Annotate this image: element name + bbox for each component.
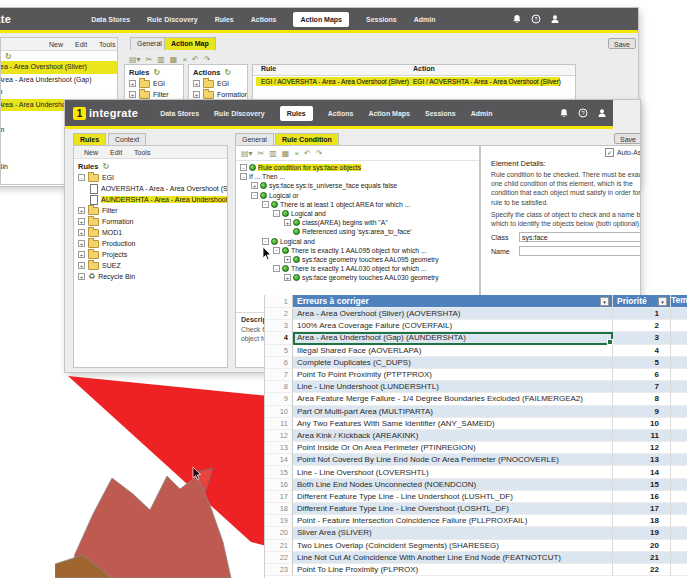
menu-new[interactable]: New — [49, 41, 63, 48]
expand-icon[interactable]: + — [78, 218, 85, 225]
row-number[interactable]: 13 — [265, 442, 293, 454]
priority-cell[interactable]: 18 — [613, 515, 671, 527]
bell-icon[interactable] — [559, 108, 569, 118]
rule-tree-item[interactable]: +Formation — [74, 216, 227, 227]
nav-item-rule-discovery[interactable]: Rule Discovery — [147, 16, 198, 23]
error-cell[interactable]: Line Not Cut At Coincidence With Another… — [293, 552, 613, 564]
expand-icon[interactable]: + — [193, 80, 200, 87]
time-cell[interactable] — [671, 564, 687, 576]
menu-tools[interactable]: Tools — [134, 149, 150, 156]
nav-item-action-maps[interactable]: Action Maps — [293, 12, 349, 27]
time-cell[interactable] — [671, 357, 687, 369]
column-header-priority[interactable]: Priorité▾ — [613, 295, 671, 308]
copy-icon[interactable]: ▥ — [269, 149, 277, 158]
condition-node[interactable]: -Logical and — [236, 237, 479, 246]
rule-tree-item[interactable]: +SUEZ — [74, 260, 227, 271]
nav-item-data-stores[interactable]: Data Stores — [160, 110, 199, 117]
time-cell[interactable] — [671, 345, 687, 357]
priority-cell[interactable]: 17 — [613, 503, 671, 515]
priority-cell[interactable]: 2 — [613, 320, 671, 332]
refresh-icon[interactable]: ↻ — [225, 70, 232, 76]
error-cell[interactable]: Different Feature Type Line - Line Under… — [293, 491, 613, 503]
expand-icon[interactable]: + — [129, 91, 136, 98]
condition-node[interactable]: +sys:face geometry touches AAL030 geomet… — [236, 273, 479, 282]
column-header-errors[interactable]: Erreurs à corriger▾ — [293, 295, 613, 308]
time-cell[interactable] — [671, 369, 687, 381]
sidebar-item[interactable]: AOVERSHTA - Area - Area Overshoot (Slive… — [1, 61, 117, 74]
undo-icon[interactable]: ↶ — [304, 149, 311, 158]
nav-item-sessions[interactable]: Sessions — [425, 110, 456, 117]
auto-assist-checkbox[interactable]: ✓ — [605, 148, 614, 157]
condition-node[interactable]: +sys:face sys:is_universe_face equals fa… — [236, 181, 479, 190]
expand-icon[interactable]: - — [273, 247, 280, 254]
priority-cell[interactable]: 12 — [613, 442, 671, 454]
nav-item-rules[interactable]: Rules — [280, 106, 313, 121]
condition-node[interactable]: -There is exactly 1 AAL030 object for wh… — [236, 264, 479, 273]
time-cell[interactable] — [671, 454, 687, 466]
expand-icon[interactable]: - — [78, 174, 85, 181]
column-header-time[interactable]: Tem — [671, 295, 687, 308]
row-number[interactable]: 4 — [265, 332, 293, 344]
row-number[interactable]: 7 — [265, 369, 293, 381]
paste-icon[interactable]: ▦ — [282, 149, 290, 158]
error-cell[interactable]: Point To Point Proximity (PTPTPROX) — [293, 369, 613, 381]
delete-icon[interactable]: × — [294, 149, 299, 158]
expand-icon[interactable]: + — [129, 80, 136, 87]
priority-cell[interactable]: 4 — [613, 345, 671, 357]
time-cell[interactable] — [671, 466, 687, 478]
rule-tree-item[interactable]: -EGI — [74, 172, 227, 183]
row-number[interactable]: 23 — [265, 564, 293, 576]
error-cell[interactable]: Part Of Multi-part Area (MULTIPARTA) — [293, 406, 613, 418]
row-number[interactable]: 17 — [265, 491, 293, 503]
expand-icon[interactable]: + — [78, 251, 85, 258]
redo-icon[interactable]: ↷ — [204, 55, 211, 64]
rule-tree-item[interactable]: +Projects — [74, 249, 227, 260]
copy-icon[interactable]: ▥ — [157, 55, 165, 64]
delete-icon[interactable]: × — [182, 55, 187, 64]
filter-dropdown-icon[interactable]: ▾ — [600, 297, 609, 306]
time-cell[interactable] — [671, 479, 687, 491]
error-cell[interactable]: Two Lines Overlap (Coincident Segments) … — [293, 540, 613, 552]
expand-icon[interactable]: + — [78, 273, 85, 280]
error-cell[interactable]: Point - Feature Intersection Coincidence… — [293, 515, 613, 527]
nav-item-rule-discovery[interactable]: Rule Discovery — [214, 110, 265, 117]
cut-icon[interactable]: ✂ — [258, 149, 265, 158]
error-cell[interactable]: Point Inside Or On Area Perimeter (PTINR… — [293, 442, 613, 454]
tree-item-egi[interactable]: +EGI — [189, 78, 247, 89]
paste-dropdown-icon[interactable]: ▤▾ — [241, 149, 253, 158]
nav-item-sessions[interactable]: Sessions — [366, 16, 397, 23]
tree-item-formation[interactable]: +Formation — [189, 89, 247, 100]
row-number[interactable]: 6 — [265, 357, 293, 369]
row-number[interactable]: 14 — [265, 454, 293, 466]
expand-icon[interactable]: - — [262, 201, 269, 208]
time-cell[interactable] — [671, 381, 687, 393]
nav-item-rules[interactable]: Rules — [215, 16, 234, 23]
row-number[interactable]: 11 — [265, 418, 293, 430]
menu-tools[interactable]: Tools — [99, 41, 115, 48]
expand-icon[interactable]: + — [284, 274, 291, 281]
condition-node[interactable]: Referenced using 'sys:area_to_face' — [236, 227, 479, 236]
refresh-icon[interactable]: ↻ — [102, 164, 109, 170]
priority-cell[interactable]: 3 — [613, 332, 671, 344]
nav-item-actions[interactable]: Actions — [328, 110, 354, 117]
nav-item-action-maps[interactable]: Action Maps — [368, 110, 410, 117]
condition-node[interactable]: -There is at least 1 object AREA for whi… — [236, 200, 479, 209]
paste-dropdown-icon[interactable]: ▤▾ — [129, 55, 141, 64]
time-cell[interactable] — [671, 527, 687, 539]
nav-item-admin[interactable]: Admin — [414, 16, 436, 23]
sidebar-item[interactable]: AUNDERSHTA - Area - Area Undershoot (Gap… — [1, 74, 117, 87]
name-input[interactable] — [519, 246, 640, 256]
expand-icon[interactable]: + — [78, 207, 85, 214]
expand-icon[interactable]: - — [251, 192, 258, 199]
rule-tree-item[interactable]: +Production — [74, 238, 227, 249]
tree-item-filter[interactable]: +Filter — [125, 89, 183, 100]
paste-icon[interactable]: ▦ — [170, 55, 178, 64]
rule-tree-item[interactable]: +MOD1 — [74, 227, 227, 238]
priority-cell[interactable]: 11 — [613, 430, 671, 442]
nav-item-data-stores[interactable]: Data Stores — [91, 16, 130, 23]
time-cell[interactable] — [671, 552, 687, 564]
row-number[interactable]: 2 — [265, 308, 293, 320]
error-cell[interactable]: Illegal Shared Face (AOVERLAPA) — [293, 345, 613, 357]
rule-tree-item[interactable]: +Filter — [74, 205, 227, 216]
time-cell[interactable] — [671, 540, 687, 552]
